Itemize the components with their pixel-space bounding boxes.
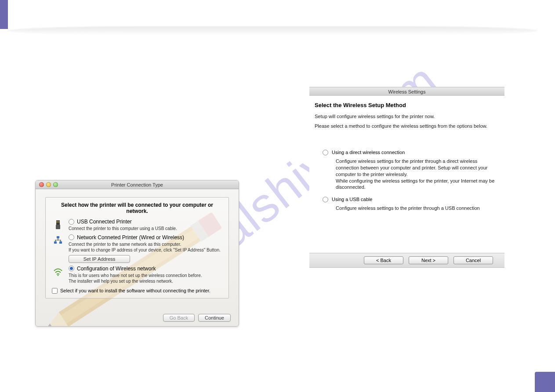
option-label: Configuration of Wireless network bbox=[77, 266, 156, 272]
go-back-button[interactable]: Go Back bbox=[163, 314, 195, 322]
page-accent-left bbox=[0, 0, 8, 29]
radio-usb[interactable] bbox=[69, 219, 74, 225]
back-button[interactable]: < Back bbox=[364, 256, 403, 264]
option-label: USB Connected Printer bbox=[77, 219, 132, 225]
option-desc: Configure wireless settings to the print… bbox=[336, 205, 499, 212]
svg-rect-11 bbox=[57, 236, 59, 238]
option-network-connected[interactable]: Network Conneted Printer (Wired or Wirel… bbox=[52, 234, 222, 263]
dialog-heading: Select the Wireless Setup Method bbox=[315, 102, 499, 108]
dialog-footer: Go Back Continue bbox=[163, 314, 231, 322]
radio-wireless[interactable] bbox=[69, 266, 74, 271]
dialog-footer: < Back Next > Cancel bbox=[309, 253, 504, 268]
usb-icon bbox=[52, 219, 64, 232]
page-top-shadow bbox=[9, 26, 537, 35]
panel-heading: Select how the printer will be connected… bbox=[52, 202, 222, 214]
option-desc: Configure wireless settings for the prin… bbox=[336, 158, 499, 191]
option-label: Using a USB cable bbox=[332, 197, 372, 202]
page-accent-right bbox=[535, 372, 555, 392]
install-without-printer-checkbox[interactable]: Select if you want to install the softwa… bbox=[52, 288, 222, 294]
option-direct-wireless[interactable]: Using a direct wireless connection bbox=[315, 150, 499, 155]
option-wireless-config[interactable]: Configuration of Wireless network This i… bbox=[52, 266, 222, 284]
svg-rect-10 bbox=[56, 225, 60, 229]
continue-button[interactable]: Continue bbox=[198, 314, 231, 322]
network-icon bbox=[52, 234, 64, 263]
option-desc: This is for users who have not set up th… bbox=[69, 273, 222, 284]
option-usb-cable[interactable]: Using a USB cable bbox=[315, 197, 499, 202]
svg-rect-12 bbox=[54, 241, 57, 244]
radio-usb-cable[interactable] bbox=[323, 197, 328, 202]
radio-direct-wireless[interactable] bbox=[323, 150, 328, 155]
svg-rect-13 bbox=[59, 241, 62, 244]
set-ip-address-button[interactable]: Set IP Address bbox=[69, 255, 130, 263]
checkbox-install-without[interactable] bbox=[52, 288, 58, 294]
svg-point-14 bbox=[58, 274, 59, 276]
dialog-wireless-settings: Wireless Settings Select the Wireless Se… bbox=[309, 87, 504, 268]
option-usb-connected[interactable]: USB Connected Printer Connect the printe… bbox=[52, 219, 222, 232]
dialog-para-1: Setup will configure wireless settings f… bbox=[315, 114, 499, 119]
options-panel: Select how the printer will be connected… bbox=[45, 197, 229, 298]
option-label: Network Conneted Printer (Wired or Wirel… bbox=[77, 234, 184, 241]
next-button[interactable]: Next > bbox=[409, 256, 448, 264]
cancel-button[interactable]: Cancel bbox=[453, 256, 493, 264]
radio-network[interactable] bbox=[69, 234, 74, 240]
option-label: Using a direct wireless connection bbox=[332, 150, 405, 155]
wifi-icon bbox=[52, 266, 64, 284]
svg-rect-9 bbox=[58, 221, 59, 223]
dialog-printer-connection-type: Printer Connection Type Select how the p… bbox=[35, 180, 239, 327]
dialog-para-2: Please select a method to configure the … bbox=[315, 123, 499, 129]
window-title: Wireless Settings bbox=[309, 87, 504, 96]
checkbox-label: Select if you want to install the softwa… bbox=[60, 288, 210, 293]
option-desc: Connect the printer to the same network … bbox=[69, 241, 222, 253]
option-desc: Connect the printer to this computer usi… bbox=[69, 226, 222, 232]
svg-rect-8 bbox=[57, 221, 58, 223]
